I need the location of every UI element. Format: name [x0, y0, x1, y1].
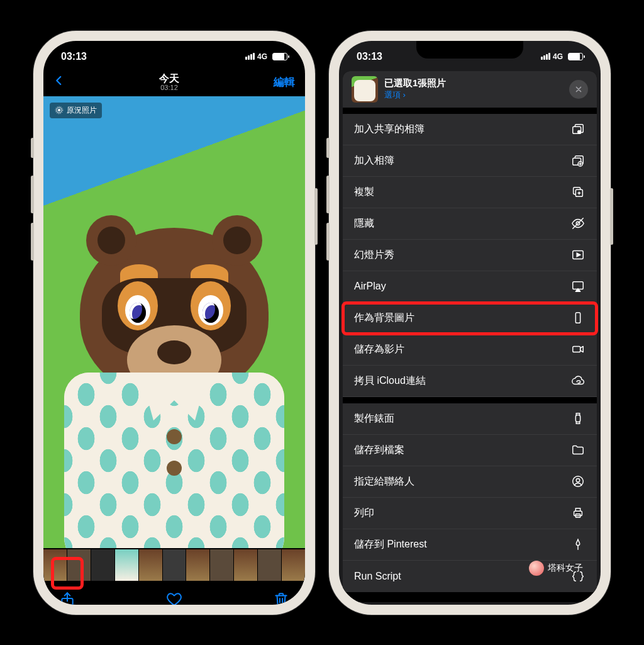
phone-left: 03:13 4G 今天 03:12 編輯 原況照片: [33, 31, 315, 615]
network-label: 4G: [257, 52, 267, 61]
nav-subtitle: 03:12: [159, 84, 179, 91]
action-print[interactable]: 列印: [343, 498, 597, 529]
share-action-list: 加入共享的相簿加入相簿複製隱藏幻燈片秀AirPlay作為背景圖片儲存為影片拷貝 …: [343, 114, 597, 592]
nav-bar: 今天 03:12 編輯: [43, 69, 305, 96]
action-label: 列印: [354, 507, 374, 520]
action-label: 複製: [354, 186, 374, 199]
contact-icon: [570, 474, 586, 489]
action-wallpaper[interactable]: 作為背景圖片: [343, 303, 597, 334]
svg-point-16: [576, 478, 580, 482]
eye-off-icon: [570, 216, 586, 231]
action-add-album[interactable]: 加入相簿: [343, 145, 597, 177]
svg-rect-11: [573, 282, 584, 289]
phone-rect-icon: [570, 310, 586, 325]
edit-button[interactable]: 編輯: [274, 75, 295, 89]
signal-icon: [541, 53, 550, 60]
svg-point-5: [578, 130, 580, 133]
photo-content: [80, 228, 269, 398]
airplay-icon: [570, 279, 586, 294]
pin-icon: [570, 537, 586, 552]
bottom-toolbar: [43, 582, 305, 605]
action-label: 拷貝 iCloud連結: [354, 374, 426, 388]
action-label: 儲存為影片: [354, 343, 404, 356]
action-label: 加入相簿: [354, 154, 394, 167]
screen-left: 03:13 4G 今天 03:12 編輯 原況照片: [43, 41, 305, 605]
watch-icon: [570, 411, 586, 426]
battery-icon: [272, 53, 287, 60]
play-rect-icon: [570, 247, 586, 262]
action-label: 作為背景圖片: [354, 311, 414, 325]
printer-icon: [570, 505, 586, 520]
status-time: 03:13: [61, 51, 87, 62]
signal-icon: [245, 53, 255, 60]
share-button[interactable]: [58, 590, 76, 605]
action-airplay[interactable]: AirPlay: [343, 271, 597, 303]
svg-point-0: [58, 109, 60, 111]
action-assign-contact[interactable]: 指定給聯絡人: [343, 466, 597, 498]
action-add-shared-album[interactable]: 加入共享的相簿: [343, 114, 597, 145]
action-label: AirPlay: [354, 281, 386, 292]
phone-right: 03:13 4G 已選取1張照片 選項 › 加入共享的相簿加入相簿複製隱藏幻燈片…: [329, 31, 611, 615]
back-button[interactable]: [53, 72, 65, 93]
action-label: 指定給聯絡人: [354, 475, 414, 488]
shared-album-icon: [570, 121, 586, 137]
action-save-file[interactable]: 儲存到檔案: [343, 435, 597, 466]
action-label: Run Script: [354, 571, 401, 582]
cloud-link-icon: [570, 373, 586, 388]
delete-button[interactable]: [272, 590, 290, 605]
watermark: 塔科女子: [529, 561, 583, 576]
action-label: 幻燈片秀: [354, 249, 394, 262]
thumbnail-strip[interactable]: [43, 548, 305, 582]
action-slideshow[interactable]: 幻燈片秀: [343, 240, 597, 271]
action-copy[interactable]: 複製: [343, 177, 597, 208]
svg-rect-13: [573, 346, 580, 352]
video-icon: [570, 342, 586, 357]
nav-title: 今天: [159, 73, 179, 84]
action-label: 儲存到檔案: [354, 444, 404, 457]
album-plus-icon: [570, 153, 586, 168]
watermark-icon: [529, 561, 544, 576]
svg-rect-14: [575, 415, 580, 422]
sheet-thumbnail: [352, 76, 378, 103]
copy-icon: [570, 184, 586, 199]
live-photo-label: 原況照片: [67, 105, 97, 116]
sheet-title: 已選取1張照片: [384, 77, 446, 89]
sheet-options-link[interactable]: 選項 ›: [384, 89, 446, 101]
close-button[interactable]: [569, 80, 588, 99]
action-hide[interactable]: 隱藏: [343, 208, 597, 240]
svg-rect-17: [574, 511, 582, 515]
watermark-text: 塔科女子: [548, 563, 583, 574]
action-label: 隱藏: [354, 217, 374, 230]
action-save-video[interactable]: 儲存為影片: [343, 334, 597, 366]
network-label: 4G: [553, 52, 563, 61]
photo-viewer[interactable]: 原況照片: [43, 96, 305, 548]
battery-icon: [568, 53, 583, 60]
share-sheet-header: 已選取1張照片 選項 ›: [343, 71, 597, 108]
action-icloud-link[interactable]: 拷貝 iCloud連結: [343, 366, 597, 397]
svg-rect-12: [575, 313, 580, 323]
action-watch-face[interactable]: 製作錶面: [343, 403, 597, 435]
action-save-pinterest[interactable]: 儲存到 Pinterest: [343, 529, 597, 561]
status-time: 03:13: [357, 51, 382, 62]
action-label: 加入共享的相簿: [354, 123, 425, 136]
folder-icon: [570, 442, 586, 457]
screen-right: 03:13 4G 已選取1張照片 選項 › 加入共享的相簿加入相簿複製隱藏幻燈片…: [339, 41, 601, 605]
action-label: 儲存到 Pinterest: [354, 538, 427, 551]
live-photo-badge: 原況照片: [50, 103, 102, 118]
favorite-button[interactable]: [165, 590, 183, 605]
action-label: 製作錶面: [354, 412, 394, 425]
